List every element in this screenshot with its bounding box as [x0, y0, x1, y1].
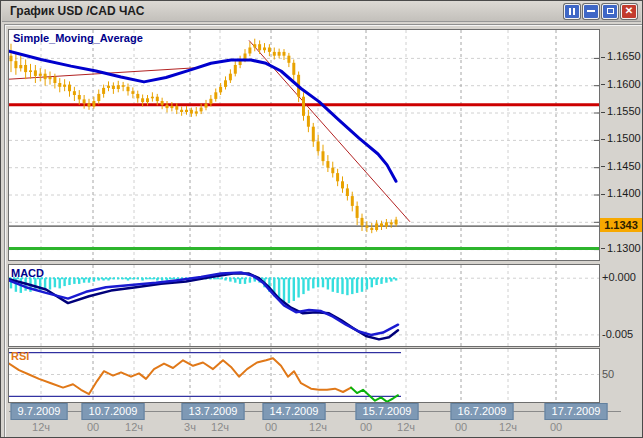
macd-histogram-bar — [395, 278, 397, 280]
macd-histogram-bar — [98, 278, 100, 280]
macd-histogram-bar — [161, 278, 163, 280]
macd-histogram-bar — [366, 278, 368, 289]
candle-body — [107, 86, 110, 88]
macd-histogram-bar — [102, 278, 104, 280]
price-axis-label: 1.1450 — [601, 160, 642, 172]
macd-axis-label: -0.005 — [602, 328, 633, 340]
macd-histogram-bar — [385, 278, 387, 283]
candle-body — [278, 52, 281, 56]
candle-body — [195, 111, 198, 113]
date-axis-button: 10.7.2009 — [82, 403, 145, 420]
macd-histogram-bar — [83, 278, 85, 283]
date-axis-button: 16.7.2009 — [451, 403, 514, 420]
candle-body — [78, 95, 81, 99]
candle-body — [341, 181, 344, 188]
macd-histogram-bar — [137, 278, 139, 279]
price-tick-mark — [601, 112, 605, 113]
candle-body — [68, 85, 71, 92]
time-axis-label: 00 — [550, 421, 562, 433]
macd-histogram-bar — [341, 278, 343, 294]
time-axis-label: 12ч — [499, 421, 517, 433]
macd-histogram-bar — [312, 278, 314, 288]
window-titlebar[interactable]: График USD /CAD ЧАС ✕ — [2, 1, 641, 22]
candle-body — [14, 61, 17, 68]
macd-histogram-bar — [297, 278, 299, 297]
macd-histogram-bar — [132, 278, 134, 279]
candle-body — [219, 87, 222, 93]
macd-histogram-bar — [63, 278, 65, 286]
close-button[interactable]: ✕ — [621, 4, 637, 19]
window-title: График USD /CAD ЧАС — [6, 4, 564, 18]
time-axis-label: 00 — [360, 421, 372, 433]
candle-body — [117, 85, 120, 89]
candle-body — [131, 91, 134, 94]
candle-body — [151, 97, 154, 99]
time-axis-label: 00 — [455, 421, 467, 433]
macd-histogram-bar — [332, 278, 334, 292]
price-tick-mark — [601, 139, 605, 140]
candle-body — [73, 91, 76, 95]
macd-histogram-bar — [234, 278, 236, 283]
rsi-line — [9, 358, 351, 394]
minimize-button[interactable] — [583, 4, 599, 19]
macd-histogram-bar — [88, 278, 90, 283]
candle-body — [112, 86, 115, 89]
price-tick-mark — [601, 84, 605, 85]
candle-body — [209, 99, 212, 104]
macd-histogram-bar — [327, 278, 329, 289]
time-axis-label: 00 — [265, 421, 277, 433]
sma-line — [9, 51, 396, 181]
macd-histogram-bar — [127, 278, 129, 280]
candle-body — [234, 65, 237, 74]
macd-histogram-bar — [44, 278, 46, 288]
macd-histogram-bar — [112, 278, 114, 279]
macd-histogram-bar — [249, 278, 251, 283]
candle-body — [166, 105, 169, 108]
macd-histogram-bar — [346, 278, 348, 295]
candle-body — [83, 99, 86, 103]
macd-histogram-bar — [322, 278, 324, 287]
pin-icon — [569, 8, 575, 15]
rsi-panel[interactable] — [8, 348, 600, 403]
minimize-icon — [587, 10, 595, 12]
time-axis-label: 12ч — [211, 421, 229, 433]
pin-button[interactable] — [564, 4, 580, 19]
macd-histogram-bar — [171, 278, 173, 279]
candle-body — [336, 173, 339, 181]
candle-body — [58, 83, 61, 87]
macd-histogram-bar — [229, 278, 231, 281]
candle-body — [44, 74, 47, 80]
candle-body — [322, 151, 325, 161]
candle-body — [10, 56, 13, 62]
candle-body — [127, 87, 130, 91]
candle-body — [122, 85, 125, 87]
candle-body — [268, 48, 271, 52]
price-tick-mark — [601, 57, 605, 58]
macd-histogram-bar — [156, 278, 158, 280]
candle-body — [302, 97, 305, 116]
candle-body — [214, 92, 217, 99]
macd-histogram-bar — [215, 278, 217, 279]
macd-histogram-bar — [390, 278, 392, 281]
candle-body — [49, 77, 52, 79]
price-tick-mark — [601, 194, 605, 195]
candle-body — [53, 77, 56, 83]
date-axis-button: 15.7.2009 — [356, 403, 419, 420]
rsi-axis-label: 50 — [602, 368, 614, 380]
candle-body — [395, 220, 398, 225]
macd-histogram-bar — [54, 278, 56, 287]
candle-body — [136, 94, 139, 98]
candle-body — [205, 104, 208, 108]
candle-body — [19, 65, 22, 68]
candle-body — [92, 101, 95, 107]
macd-panel[interactable] — [8, 264, 600, 347]
candle-body — [63, 85, 66, 87]
candle-body — [200, 108, 203, 112]
time-axis-label: 3ч — [184, 421, 196, 433]
macd-histogram-bar — [93, 278, 95, 281]
maximize-button[interactable] — [602, 4, 618, 19]
candle-body — [97, 94, 100, 101]
macd-histogram-bar — [283, 278, 285, 302]
sma-indicator-label: Simple_Moving_Average — [13, 32, 143, 44]
price-chart-panel[interactable] — [8, 29, 600, 261]
